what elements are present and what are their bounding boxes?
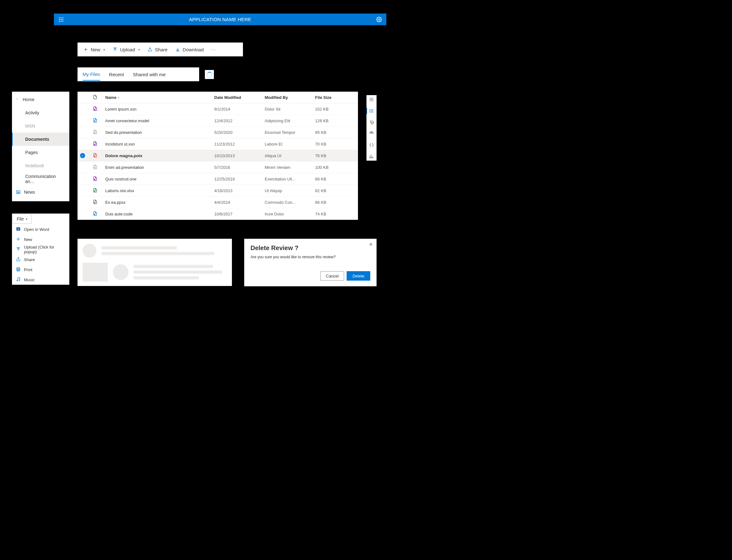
nav-communication[interactable]: Communication an... xyxy=(12,172,69,186)
file-name: Laboris nisi.xlsx xyxy=(105,188,214,193)
svg-point-40 xyxy=(373,122,374,123)
word-icon: W xyxy=(16,226,21,232)
file-name: Dolore magna.potx xyxy=(105,153,214,158)
upload-button[interactable]: Upload ▾ xyxy=(109,43,143,56)
svg-rect-29 xyxy=(94,202,95,203)
file-dropdown-toggle[interactable]: File ▾ xyxy=(13,214,31,224)
nav-home[interactable]: ⌃ Home xyxy=(12,93,69,106)
file-by: Exercitation Ull... xyxy=(265,177,315,181)
stethoscope-icon[interactable] xyxy=(369,120,374,125)
download-button[interactable]: Download xyxy=(172,43,207,56)
svg-rect-28 xyxy=(94,190,95,191)
file-size: 95 KB xyxy=(315,130,353,135)
file-name: Quis nostrud.one xyxy=(105,177,214,181)
file-type-icon xyxy=(93,141,105,147)
svg-rect-25 xyxy=(94,155,95,156)
file-date: 5/20/2020 xyxy=(214,130,265,135)
file-type-icon xyxy=(93,106,105,112)
radio-icon[interactable] xyxy=(369,131,374,136)
left-nav: ⌃ Home Activity MSN Documents Pages Note… xyxy=(12,92,69,201)
svg-point-56 xyxy=(17,280,18,281)
table-row[interactable]: Enim ad.presentation5/7/2016Minim Veniam… xyxy=(77,162,358,173)
file-date: 12/25/2016 xyxy=(214,177,265,181)
nav-label: Activity xyxy=(25,110,39,115)
file-name: Enim ad.presentation xyxy=(105,165,214,170)
svg-point-41 xyxy=(371,133,372,134)
gear-icon[interactable] xyxy=(376,17,382,22)
file-size: 102 KB xyxy=(315,107,353,111)
tab-shared[interactable]: Shared with me xyxy=(133,68,165,80)
svg-point-37 xyxy=(370,109,370,110)
col-name[interactable]: Name↑ xyxy=(105,95,214,100)
table-row[interactable]: Amet consectetur.model12/4/2012Adipiscin… xyxy=(77,115,358,127)
file-name: Duis aute.code xyxy=(105,212,214,216)
hamburger-icon[interactable] xyxy=(369,97,374,102)
nav-news[interactable]: News xyxy=(12,186,69,199)
nav-label: Notebook xyxy=(25,163,44,168)
dropdown-item-label: Open in Word xyxy=(24,227,49,232)
share-button[interactable]: Share xyxy=(144,43,171,56)
nav-label: Documents xyxy=(25,137,49,142)
overflow-button[interactable]: ··· xyxy=(208,47,219,52)
dropdown-item-upload[interactable]: Upload (Click for popup) xyxy=(12,244,69,254)
file-name: Incididunt ut.xsn xyxy=(105,142,214,146)
row-check[interactable]: ✓ xyxy=(80,153,93,158)
upload-icon xyxy=(16,247,21,253)
delete-dialog: ✕ Delete Review ? Are you sure you would… xyxy=(244,239,377,286)
file-type-icon xyxy=(93,176,105,182)
delete-button[interactable]: Delete xyxy=(346,271,370,281)
table-row[interactable]: Incididunt ut.xsn11/23/2012Labore Et70 K… xyxy=(77,138,358,150)
table-row[interactable]: Sed do.presentation5/20/2020Eiusmod Temp… xyxy=(77,127,358,138)
svg-point-4 xyxy=(61,19,62,20)
svg-point-8 xyxy=(62,20,63,21)
nav-activity[interactable]: Activity xyxy=(12,106,69,119)
file-by: Irure Dolor xyxy=(265,212,315,216)
nav-label: News xyxy=(24,190,35,195)
file-type-icon xyxy=(93,211,105,217)
braces-icon[interactable] xyxy=(369,142,374,147)
app-header: APPLICATION NAME HERE xyxy=(54,14,386,25)
chart-icon[interactable] xyxy=(369,154,374,159)
table-row[interactable]: Laboris nisi.xlsx4/16/2013Ut Aliquip82 K… xyxy=(77,185,358,197)
close-icon[interactable]: ✕ xyxy=(369,242,373,247)
dropdown-item-word[interactable]: WOpen in Word xyxy=(12,224,69,234)
table-row[interactable]: ✓Dolore magna.potx10/10/2013Aliqua Ut76 … xyxy=(77,150,358,162)
new-button[interactable]: New ▾ xyxy=(80,43,108,56)
file-size: 82 KB xyxy=(315,188,353,193)
dropdown-item-music[interactable]: Music xyxy=(12,275,69,285)
news-icon xyxy=(16,190,21,195)
table-row[interactable]: Ex ea.ppsx4/4/2014Commodo Con...86 KB xyxy=(77,197,358,208)
file-name: Sed do.presentation xyxy=(105,130,214,135)
file-date: 11/23/2012 xyxy=(214,142,265,146)
dropdown-item-share[interactable]: Share xyxy=(12,254,69,265)
dropdown-toggle-label: File xyxy=(17,216,24,221)
cancel-button[interactable]: Cancel xyxy=(320,271,344,281)
dropdown-item-print[interactable]: Print xyxy=(12,265,69,275)
nav-label: Pages xyxy=(25,150,38,155)
col-date[interactable]: Date Modified xyxy=(214,95,265,100)
nav-documents[interactable]: Documents xyxy=(12,133,69,146)
svg-rect-30 xyxy=(94,214,95,214)
svg-point-39 xyxy=(370,112,370,112)
col-by[interactable]: Modified By xyxy=(265,95,315,100)
dropdown-item-label: Upload (Click for popup) xyxy=(24,245,66,254)
dialog-body: Are you sure you would like to remove th… xyxy=(250,255,370,271)
svg-point-57 xyxy=(19,280,20,281)
tab-my-files[interactable]: My Files xyxy=(83,68,100,81)
file-by: Adipiscing Elit xyxy=(265,118,315,123)
col-size[interactable]: File Size xyxy=(315,95,353,100)
tabs: My Files Recent Shared with me xyxy=(77,67,199,81)
list-icon[interactable] xyxy=(369,108,374,113)
tab-recent[interactable]: Recent xyxy=(109,68,124,80)
waffle-icon[interactable] xyxy=(58,17,64,22)
nav-pages[interactable]: Pages xyxy=(12,146,69,159)
svg-point-38 xyxy=(370,111,370,111)
table-row[interactable]: Quis nostrud.one12/25/2016Exercitation U… xyxy=(77,173,358,185)
dropdown-item-plus[interactable]: New xyxy=(12,234,69,244)
file-name: Amet consectetur.model xyxy=(105,118,214,123)
file-type-icon xyxy=(93,199,105,205)
table-row[interactable]: Lorem ipsum.xsn8/1/2014Dolor Sit102 KB xyxy=(77,103,358,115)
svg-rect-21 xyxy=(94,109,95,110)
table-row[interactable]: Duis aute.code10/6/2017Irure Dolor74 KB xyxy=(77,208,358,220)
file-type-icon xyxy=(93,118,105,124)
